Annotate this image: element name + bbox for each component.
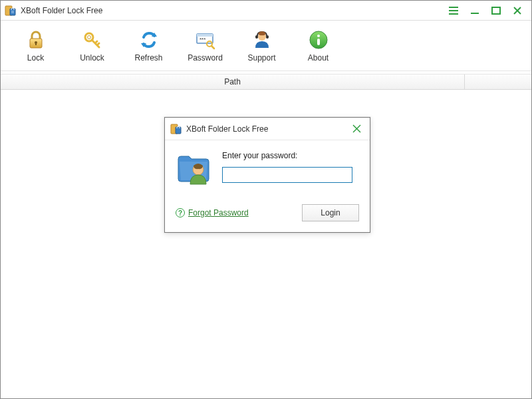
app-icon bbox=[5, 5, 17, 17]
main-window: XBoft Folder Lock Free bbox=[0, 0, 532, 399]
column-path[interactable]: Path bbox=[1, 74, 465, 89]
dialog-title: XBoft Folder Lock Free bbox=[186, 124, 352, 134]
svg-rect-7 bbox=[492, 7, 500, 14]
window-controls bbox=[448, 5, 527, 17]
dialog-close-icon[interactable] bbox=[352, 124, 364, 133]
about-button[interactable]: About bbox=[290, 29, 346, 63]
info-icon bbox=[308, 29, 329, 51]
toolbar: Lock Unlock Refresh bbox=[1, 21, 531, 71]
titlebar: XBoft Folder Lock Free bbox=[1, 1, 531, 21]
support-button[interactable]: Support bbox=[233, 29, 290, 63]
menu-icon[interactable] bbox=[448, 5, 460, 17]
support-label: Support bbox=[247, 53, 275, 63]
svg-point-14 bbox=[87, 35, 90, 39]
app-title: XBoft Folder Lock Free bbox=[21, 6, 448, 15]
lock-label: Lock bbox=[27, 53, 44, 63]
password-button[interactable]: *** Password bbox=[177, 29, 233, 63]
refresh-icon bbox=[138, 29, 160, 51]
password-input[interactable] bbox=[222, 167, 352, 183]
support-icon bbox=[251, 29, 273, 51]
svg-rect-12 bbox=[35, 43, 37, 45]
maximize-icon[interactable] bbox=[490, 5, 502, 17]
svg-rect-23 bbox=[266, 35, 269, 39]
minimize-icon[interactable] bbox=[469, 5, 481, 17]
svg-point-25 bbox=[317, 35, 320, 37]
dialog-body: Enter your password: ? Forgot Password L… bbox=[165, 140, 370, 232]
dialog-titlebar: XBoft Folder Lock Free bbox=[165, 118, 370, 140]
forgot-password-text[interactable]: Forgot Password bbox=[188, 208, 249, 217]
lock-button[interactable]: Lock bbox=[7, 29, 64, 63]
user-folder-icon bbox=[176, 150, 214, 188]
lock-icon bbox=[25, 29, 47, 51]
refresh-button[interactable]: Refresh bbox=[120, 29, 177, 63]
help-icon: ? bbox=[176, 208, 185, 217]
refresh-label: Refresh bbox=[134, 53, 162, 63]
about-label: About bbox=[308, 53, 329, 63]
login-dialog: XBoft Folder Lock Free Enter your pa bbox=[164, 117, 370, 233]
svg-rect-26 bbox=[317, 39, 320, 45]
login-button[interactable]: Login bbox=[302, 204, 359, 221]
svg-rect-28 bbox=[176, 127, 181, 134]
forgot-password-link[interactable]: ? Forgot Password bbox=[176, 208, 249, 217]
dialog-app-icon bbox=[170, 123, 182, 135]
unlock-label: Unlock bbox=[80, 53, 104, 63]
password-icon: *** bbox=[195, 29, 216, 51]
table-header: Path bbox=[1, 74, 531, 90]
unlock-button[interactable]: Unlock bbox=[64, 29, 120, 63]
svg-rect-2 bbox=[11, 11, 14, 13]
svg-rect-22 bbox=[255, 35, 258, 39]
key-icon bbox=[82, 29, 103, 51]
svg-text:***: *** bbox=[200, 37, 205, 43]
close-icon[interactable] bbox=[511, 5, 523, 17]
password-prompt: Enter your password: bbox=[222, 151, 359, 160]
password-label: Password bbox=[188, 53, 223, 63]
